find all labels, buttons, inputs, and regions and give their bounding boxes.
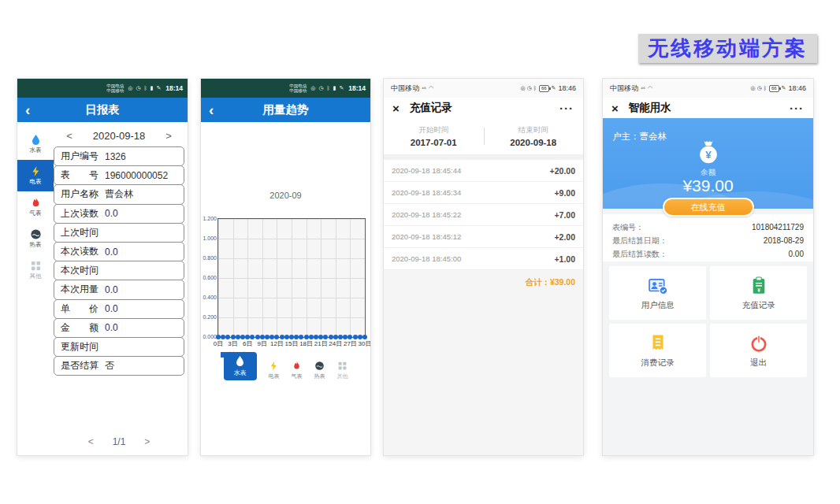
page-next-button[interactable]: > bbox=[144, 436, 150, 447]
date-navigator: < 2020-09-18 > bbox=[54, 127, 184, 144]
status-icons: ◎ ◷ ᛒ bbox=[751, 85, 767, 91]
date-prev-button[interactable]: < bbox=[66, 130, 72, 142]
filler bbox=[384, 292, 583, 455]
data-point bbox=[236, 335, 240, 339]
data-point bbox=[265, 335, 269, 339]
pagination: < 1/1 > bbox=[54, 436, 184, 447]
data-point bbox=[314, 335, 318, 339]
status-bar: 中国移动 ⁴⁶ ◠ ◎ ◷ ᛒ 66 ✎ 18:46 bbox=[603, 79, 813, 98]
info-row: 最后结算日期：2018-08-29 bbox=[612, 234, 804, 247]
data-point bbox=[309, 335, 314, 339]
date-value[interactable]: 2020-09-18 bbox=[93, 130, 146, 142]
lightning-icon bbox=[30, 165, 42, 177]
user-info-button[interactable]: 用户信息 bbox=[609, 266, 706, 320]
table-row: 本次用量0.0 bbox=[54, 280, 184, 299]
close-icon[interactable]: × bbox=[611, 102, 619, 114]
tab-electric-meter[interactable]: 电表 bbox=[269, 361, 280, 380]
y-tick-label: 1.000 bbox=[201, 235, 217, 241]
online-recharge-button[interactable]: 在线充值 bbox=[663, 198, 754, 217]
table-row: 金 额0.0 bbox=[54, 318, 184, 338]
mini-program-header: × 智能用水 ··· bbox=[603, 98, 813, 118]
tab-gas-meter[interactable]: 气表 bbox=[292, 361, 303, 380]
divider bbox=[484, 128, 485, 145]
data-point bbox=[255, 335, 260, 339]
user-info-icon bbox=[648, 276, 668, 296]
data-point bbox=[260, 335, 265, 339]
start-date-picker[interactable]: 开始时间 2017-07-01 bbox=[384, 118, 484, 154]
carrier-label: 中国移动 bbox=[391, 83, 419, 94]
data-point bbox=[304, 335, 309, 339]
balance-card: 户主：曹会林 ¥ 余额 ¥39.00 bbox=[603, 118, 813, 209]
record-row: 2020-09-18 18:45:00+1.00 bbox=[384, 248, 583, 270]
consumption-records-button[interactable]: 消费记录 bbox=[609, 324, 706, 377]
y-tick-label: 0.600 bbox=[201, 275, 217, 280]
page-heading: 无线移动端方案 bbox=[638, 34, 817, 63]
date-next-button[interactable]: > bbox=[165, 130, 172, 142]
more-icon[interactable]: ··· bbox=[790, 105, 804, 112]
water-drop-icon bbox=[30, 134, 42, 146]
tab-heat-meter[interactable]: 热表 bbox=[314, 361, 325, 380]
balance-value: ¥39.00 bbox=[603, 176, 813, 195]
table-row: 上次时间 bbox=[54, 223, 184, 243]
page-title: 充值记录 bbox=[410, 101, 452, 115]
phone-recharge-records: 中国移动 ⁴⁶ ◠ ◎ ◷ ᛒ 66 ✎ 18:46 × 充值记录 ··· 开始… bbox=[384, 79, 583, 455]
data-point bbox=[353, 335, 358, 339]
usage-chart: 暂无表号 0.0000.2000.4000.6000.8001.0001.200… bbox=[217, 218, 366, 338]
page-title: 日报表 bbox=[17, 102, 188, 117]
sidebar-item-electric-meter[interactable]: 电表 bbox=[17, 160, 54, 191]
table-row: 本次读数0.0 bbox=[54, 242, 184, 261]
page-title: 智能用水 bbox=[629, 101, 671, 115]
meter-info-card: 表编号：101804211729 最后结算日期：2018-08-29 最后结算读… bbox=[603, 214, 813, 261]
tab-other[interactable]: 其他 bbox=[337, 361, 348, 380]
chart-title: 2020-09 bbox=[201, 191, 370, 200]
phone-smart-water: 中国移动 ⁴⁶ ◠ ◎ ◷ ᛒ 66 ✎ 18:46 × 智能用水 ··· 户主… bbox=[603, 79, 813, 455]
table-row: 单 价0.0 bbox=[54, 299, 184, 319]
sidebar-item-heat-meter[interactable]: 热表 bbox=[17, 223, 54, 254]
tab-water-meter[interactable]: 水表 bbox=[224, 352, 257, 380]
y-tick-label: 0.000 bbox=[201, 334, 217, 339]
status-bar: 中国移动 ⁴⁶ ◠ ◎ ◷ ᛒ 66 ✎ 18:46 bbox=[384, 79, 583, 98]
svg-text:¥: ¥ bbox=[757, 287, 760, 292]
data-point bbox=[284, 335, 289, 339]
consumption-records-icon bbox=[648, 333, 668, 354]
record-row: 2020-09-18 18:45:34+9.00 bbox=[384, 182, 583, 204]
page: 无线移动端方案 中国电信 中国移动 ◎ ◷ ᛒ ▮ ✎ 18:14 ‹ 日报表 … bbox=[0, 0, 840, 504]
meter-type-tabs: 水表 电表 气表 热表 其他 bbox=[201, 352, 370, 380]
status-time: 18:46 bbox=[788, 84, 806, 92]
status-time: 18:46 bbox=[558, 84, 576, 92]
data-point bbox=[289, 335, 294, 339]
meter-type-sidebar: 水表 电表 气表 热表 其他 bbox=[17, 122, 54, 455]
sidebar-item-water-meter[interactable]: 水表 bbox=[17, 128, 54, 160]
status-time: 18:14 bbox=[348, 84, 366, 92]
carrier-2: 中国移动 bbox=[106, 88, 124, 94]
battery-icon: 66 bbox=[539, 85, 549, 92]
carrier-labels: 中国电信 中国移动 bbox=[106, 83, 124, 94]
more-icon[interactable]: ··· bbox=[559, 105, 574, 112]
data-point bbox=[333, 335, 338, 339]
data-point bbox=[231, 335, 236, 339]
record-row: 2020-09-18 18:45:44+20.00 bbox=[384, 160, 583, 182]
sidebar-item-gas-meter[interactable]: 气表 bbox=[17, 191, 54, 223]
back-icon[interactable]: ‹ bbox=[25, 102, 30, 117]
back-icon[interactable]: ‹ bbox=[209, 102, 214, 117]
pen-icon: ✎ bbox=[552, 85, 556, 91]
status-bar: 中国电信 中国移动 ◎ ◷ ᛒ ▮ ✎ 18:14 bbox=[201, 79, 370, 98]
grid-icon bbox=[30, 260, 42, 272]
table-row: 是否结算否 bbox=[54, 356, 184, 376]
network-indicator: ⁴⁶ bbox=[422, 86, 426, 91]
table-row: 更新时间 bbox=[54, 337, 184, 357]
recharge-records-button[interactable]: ¥ 充值记录 bbox=[710, 266, 807, 320]
lightning-icon bbox=[269, 361, 279, 371]
data-point bbox=[280, 335, 284, 339]
heat-meter-icon bbox=[30, 228, 42, 240]
app-bar: ‹ 日报表 bbox=[17, 98, 188, 122]
end-date-picker[interactable]: 结束时间 2020-09-18 bbox=[484, 118, 584, 154]
page-indicator: 1/1 bbox=[113, 436, 126, 447]
heat-meter-icon bbox=[314, 361, 325, 371]
sidebar-item-other[interactable]: 其他 bbox=[17, 254, 54, 286]
menu-grid: 用户信息 ¥ 充值记录 消费记录 bbox=[609, 266, 807, 377]
logout-button[interactable]: 退出 bbox=[710, 324, 807, 377]
data-point bbox=[362, 335, 367, 339]
page-prev-button[interactable]: < bbox=[88, 436, 94, 447]
close-icon[interactable]: × bbox=[392, 102, 400, 114]
